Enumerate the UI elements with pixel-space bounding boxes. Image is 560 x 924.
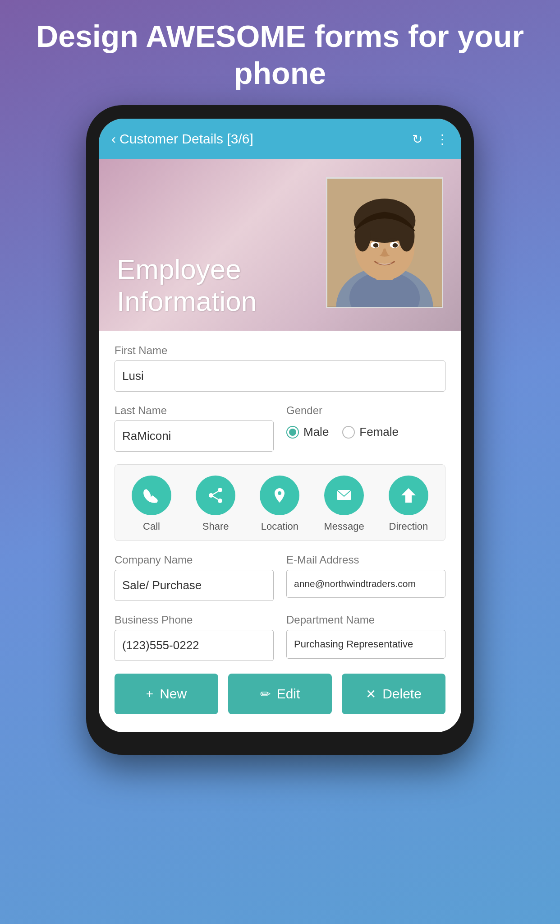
call-label: Call <box>143 521 160 532</box>
app-bar-actions: ↻ ⋮ <box>412 132 449 147</box>
new-icon: + <box>146 687 153 701</box>
email-label: E-Mail Address <box>286 554 445 566</box>
svg-line-15 <box>213 491 218 494</box>
edit-label: Edit <box>277 686 300 702</box>
svg-point-12 <box>218 488 222 492</box>
share-icon-circle <box>196 476 235 515</box>
svg-point-6 <box>355 221 371 251</box>
svg-point-11 <box>393 243 398 248</box>
refresh-icon[interactable]: ↻ <box>412 132 422 147</box>
page-title: Design AWESOME forms for your phone <box>0 0 560 105</box>
employee-photo <box>326 177 443 308</box>
business-phone-label: Business Phone <box>115 614 274 626</box>
location-button[interactable]: Location <box>260 476 299 532</box>
share-label: Share <box>202 521 229 532</box>
female-radio[interactable] <box>342 426 355 439</box>
message-icon-circle <box>324 476 364 515</box>
svg-marker-18 <box>401 488 416 503</box>
last-name-col: Last Name <box>115 404 274 452</box>
department-col: Department Name <box>286 614 445 661</box>
gender-label: Gender <box>286 404 445 417</box>
header-banner: Employee Information <box>99 159 461 331</box>
last-name-input[interactable] <box>115 420 274 452</box>
female-label: Female <box>359 425 399 439</box>
direction-icon-circle <box>389 476 428 515</box>
message-label: Message <box>324 521 364 532</box>
phone-screen: ‹ Customer Details [3/6] ↻ ⋮ Employee In… <box>99 119 461 732</box>
company-email-row: Company Name E-Mail Address <box>115 554 445 601</box>
svg-line-16 <box>213 496 218 499</box>
company-name-input[interactable] <box>115 570 274 601</box>
male-radio[interactable] <box>286 426 299 439</box>
last-name-gender-row: Last Name Gender Male Female <box>115 404 445 452</box>
male-label: Male <box>303 425 329 439</box>
company-col: Company Name <box>115 554 274 601</box>
location-label: Location <box>261 521 298 532</box>
action-buttons-row: Call Share <box>115 464 445 541</box>
share-button[interactable]: Share <box>196 476 235 532</box>
gender-male-option[interactable]: Male <box>286 425 329 439</box>
new-label: New <box>160 686 187 702</box>
department-input[interactable] <box>286 630 445 659</box>
form-area: First Name Last Name Gender Male <box>99 331 461 732</box>
gender-radio-group: Male Female <box>286 420 445 439</box>
svg-point-10 <box>373 243 379 248</box>
first-name-input[interactable] <box>115 360 445 392</box>
svg-point-7 <box>399 221 414 251</box>
direction-button[interactable]: Direction <box>389 476 428 532</box>
department-label: Department Name <box>286 614 445 626</box>
delete-button[interactable]: ✕ Delete <box>342 674 445 714</box>
edit-icon: ✏ <box>260 687 271 702</box>
phone-col: Business Phone <box>115 614 274 661</box>
edit-button[interactable]: ✏ Edit <box>228 674 332 714</box>
bottom-buttons: + New ✏ Edit ✕ Delete <box>115 674 445 714</box>
direction-label: Direction <box>389 521 428 532</box>
company-name-label: Company Name <box>115 554 274 566</box>
new-button[interactable]: + New <box>115 674 218 714</box>
banner-title: Employee Information <box>117 253 257 318</box>
menu-icon[interactable]: ⋮ <box>436 132 449 147</box>
delete-label: Delete <box>382 686 422 702</box>
phone-device: ‹ Customer Details [3/6] ↻ ⋮ Employee In… <box>86 105 474 755</box>
svg-point-14 <box>218 499 222 503</box>
gender-female-option[interactable]: Female <box>342 425 399 439</box>
call-button[interactable]: Call <box>132 476 171 532</box>
delete-icon: ✕ <box>366 687 376 702</box>
phone-department-row: Business Phone Department Name <box>115 614 445 661</box>
first-name-label: First Name <box>115 344 445 357</box>
last-name-label: Last Name <box>115 404 274 417</box>
email-input[interactable] <box>286 570 445 598</box>
first-name-field: First Name <box>115 344 445 392</box>
app-bar: ‹ Customer Details [3/6] ↻ ⋮ <box>99 119 461 159</box>
gender-col: Gender Male Female <box>286 404 445 452</box>
email-col: E-Mail Address <box>286 554 445 601</box>
location-icon-circle <box>260 476 299 515</box>
app-bar-title: Customer Details [3/6] <box>119 131 412 147</box>
svg-point-13 <box>209 493 213 498</box>
message-button[interactable]: Message <box>324 476 364 532</box>
back-button[interactable]: ‹ <box>111 131 116 147</box>
call-icon-circle <box>132 476 171 515</box>
business-phone-input[interactable] <box>115 630 274 661</box>
